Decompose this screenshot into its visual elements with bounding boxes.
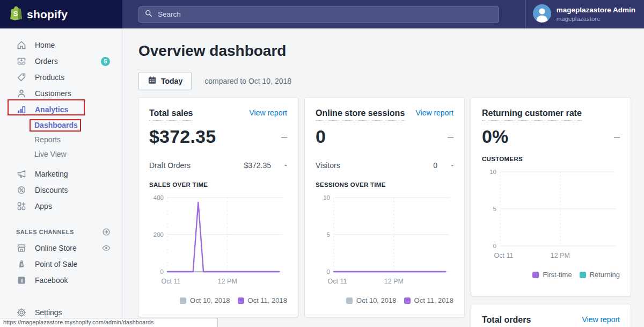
user-name: mageplazastore Admin [557,6,635,15]
chart-section-label: SESSIONS OVER TIME [316,181,453,188]
sidebar-item-label: Marketing [35,170,68,178]
sidebar-item-label: Products [35,73,64,82]
svg-text:400: 400 [153,194,164,201]
card-title: Online store sessions [316,108,405,121]
svg-text:0: 0 [493,243,496,249]
legend-item: Oct 11, 2018 [238,296,287,304]
total-sales-card: Total sales View report $372.35 – Draft … [138,98,298,317]
view-report-link[interactable]: View report [249,108,287,117]
svg-text:10: 10 [489,169,496,175]
metric-value: $372.35 [244,161,271,170]
sidebar-item-label: Orders [35,57,58,66]
sidebar-item-dashboards[interactable]: Dashboards [0,118,122,132]
chart-section-label: SALES OVER TIME [149,181,287,188]
svg-text:12 PM: 12 PM [384,278,404,285]
metric-label: Visitors [316,161,433,170]
legend-item: Oct 10, 2018 [180,296,230,304]
sidebar-item-live-view[interactable]: Live View [0,147,122,161]
user-menu[interactable]: mageplazastore Admin mageplazastore [525,0,644,28]
sidebar-item-discounts[interactable]: Discounts [0,182,122,198]
chart-plot: 1050Oct 1112 PM [482,166,620,263]
sidebar-item-reports[interactable]: Reports [0,132,122,147]
search-input[interactable] [158,10,493,18]
page-title: Overview dashboard [138,42,644,60]
products-tag-icon [16,72,27,83]
avatar [533,4,551,25]
svg-text:0: 0 [327,268,330,275]
chart-legend: Oct 10, 2018Oct 11, 2018 [149,296,287,304]
svg-text:f: f [21,277,23,284]
home-icon [16,40,27,50]
customers-icon [16,88,27,99]
sidebar-item-label: Reports [34,135,61,144]
view-store-eye-icon[interactable] [101,243,111,253]
sidebar-item-label: Apps [35,202,52,210]
brand-wordmark: shopify [27,8,68,21]
sidebar-item-label: Settings [35,308,62,317]
total-sales-delta: – [281,130,287,143]
shopify-bag-icon: S [10,6,23,23]
legend-swatch [180,297,186,304]
dashboard-controls: Today compared to Oct 10, 2018 [138,72,644,90]
orders-icon [16,56,27,67]
sidebar-item-orders[interactable]: Orders 5 [0,53,122,69]
metric-delta: - [279,161,287,170]
svg-text:5: 5 [327,231,330,238]
chart-legend: Oct 10, 2018Oct 11, 2018 [316,296,453,304]
orders-count-badge: 5 [101,57,110,66]
svg-text:Oct 11: Oct 11 [494,252,513,259]
sidebar-item-label: Home [35,41,55,49]
sales-over-time-chart: 4002000Oct 1112 PM Oct 10, 2018Oct 11, 2… [149,192,287,304]
analytics-bar-chart-icon [16,104,27,115]
sessions-delta: – [448,130,453,143]
sidebar-item-label: Customers [35,89,71,98]
calendar-icon [148,76,157,86]
sidebar-item-online-store[interactable]: Online Store [0,240,122,256]
sidebar-item-marketing[interactable]: Marketing [0,166,122,182]
returning-rate-value: 0% [482,126,509,147]
add-channel-button[interactable] [101,227,111,237]
sidebar-item-customers[interactable]: Customers [0,85,122,101]
sidebar-item-apps[interactable]: Apps [0,198,122,214]
shopify-logo[interactable]: S shopify [0,0,122,28]
sidebar-item-products[interactable]: Products [0,69,122,85]
svg-text:S: S [13,10,18,18]
returning-rate-delta: – [614,130,620,143]
date-range-label: Today [161,77,182,85]
sidebar-item-analytics[interactable]: Analytics [0,101,122,118]
legend-item: First-time [532,271,572,279]
legend-swatch [238,297,244,304]
svg-text:s: s [20,263,23,266]
chart-section-label: CUSTOMERS [482,156,620,162]
sales-channels-heading: SALES CHANNELS [0,224,122,240]
legend-swatch [532,272,539,278]
online-store-sessions-card: Online store sessions View report 0 – Vi… [305,98,464,317]
legend-item: Oct 11, 2018 [404,296,453,304]
total-orders-card: Total orders View report [471,304,631,327]
legend-item: Returning [580,271,620,279]
sidebar-item-facebook[interactable]: f Facebook [0,272,122,288]
total-sales-value: $372.35 [149,126,216,147]
card-title: Returning customer rate [482,108,582,121]
online-store-icon [16,243,27,253]
svg-text:Oct 11: Oct 11 [161,278,180,285]
topbar: S shopify mageplazastore Admin mageplaza… [0,0,644,28]
point-of-sale-icon: s [16,259,27,270]
sidebar-item-point-of-sale[interactable]: s Point of Sale [0,256,122,272]
metric-label: Draft Orders [149,161,244,170]
facebook-icon: f [16,275,27,286]
chart-plot: 4002000Oct 1112 PM [149,192,287,289]
sidebar-item-home[interactable]: Home [0,37,122,53]
sidebar-item-label: Point of Sale [35,260,77,268]
card-title: Total orders [482,315,531,327]
sidebar-item-label: Analytics [35,105,68,114]
search-bar[interactable] [138,6,499,23]
sales-channels-label: SALES CHANNELS [16,229,74,235]
date-range-button[interactable]: Today [138,72,192,90]
view-report-link[interactable]: View report [415,108,453,117]
sidebar-item-label: Dashboards [34,121,78,129]
draft-orders-row: Draft Orders $372.35 - [149,161,287,170]
view-report-link[interactable]: View report [582,315,620,324]
gear-icon [16,307,27,318]
svg-text:0: 0 [160,268,164,275]
